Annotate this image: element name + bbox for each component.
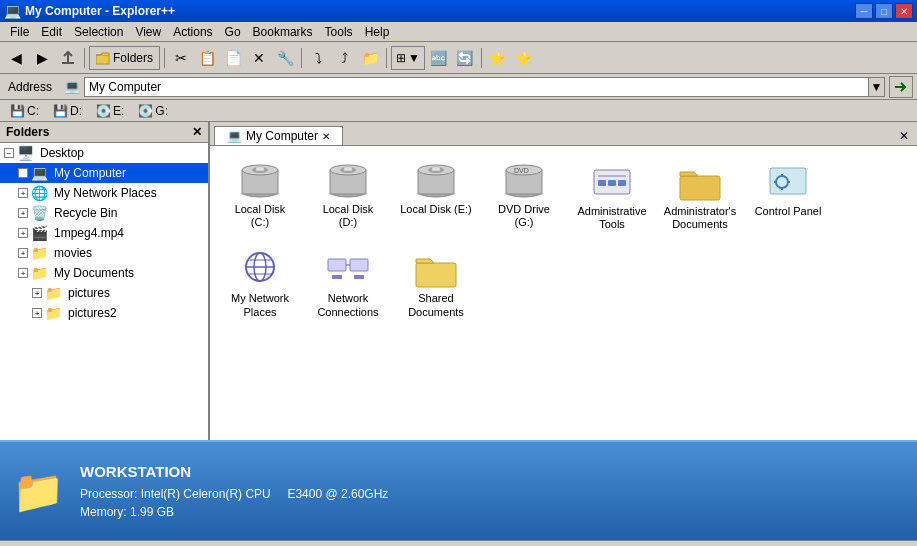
tree-item-movies[interactable]: +📁movies: [0, 243, 208, 263]
svg-rect-43: [416, 263, 456, 287]
tree-item-my-docs[interactable]: +📁My Documents: [0, 263, 208, 283]
tree-label-my-network: My Network Places: [54, 186, 157, 200]
tree-icon-desktop: 🖥️: [17, 145, 34, 161]
address-go-button[interactable]: [889, 76, 913, 98]
content-item-local-d[interactable]: Local Disk (D:): [308, 156, 388, 235]
new-folder-button[interactable]: 📁: [358, 46, 382, 70]
menu-item-bookmarks[interactable]: Bookmarks: [247, 23, 319, 41]
content-item-label-my-network-places: My Network Places: [224, 292, 296, 318]
content-item-label-control-panel: Control Panel: [755, 205, 822, 218]
drive-item-G[interactable]: 💽G:: [132, 102, 174, 120]
titlebar-buttons: ─ □ ✕: [855, 3, 913, 19]
drive-label: D:: [70, 104, 82, 118]
svg-text:DVD: DVD: [514, 167, 529, 174]
content-item-icon-shared-docs: [412, 247, 460, 292]
content-item-label-admin-docs: Administrator's Documents: [664, 205, 736, 231]
menu-item-edit[interactable]: Edit: [35, 23, 68, 41]
maximize-button[interactable]: □: [875, 3, 893, 19]
drive-label: G:: [155, 104, 168, 118]
tree-expand-my-network[interactable]: +: [18, 188, 28, 198]
svg-rect-39: [350, 259, 368, 271]
back-button[interactable]: ◀: [4, 46, 28, 70]
menu-item-view[interactable]: View: [129, 23, 167, 41]
folder-panel-close[interactable]: ✕: [192, 125, 202, 139]
content-item-dvd-g[interactable]: DVD DVD Drive (G:): [484, 156, 564, 235]
move-to-button[interactable]: ⤴: [332, 46, 356, 70]
cut-button[interactable]: ✂: [169, 46, 193, 70]
paste-button[interactable]: 📄: [221, 46, 245, 70]
address-dropdown-arrow[interactable]: ▼: [869, 77, 885, 97]
tree-item-1mpeg4[interactable]: +🎬1mpeg4.mp4: [0, 223, 208, 243]
properties-button[interactable]: 🔧: [273, 46, 297, 70]
sort-button[interactable]: 🔤: [427, 46, 451, 70]
menu-item-tools[interactable]: Tools: [319, 23, 359, 41]
content-item-icon-local-d: [324, 160, 372, 203]
tree-label-my-docs: My Documents: [54, 266, 134, 280]
svg-rect-6: [256, 167, 264, 171]
content-item-icon-my-network-places: [236, 247, 284, 292]
content-tab-my-computer[interactable]: 💻 My Computer ✕: [214, 126, 343, 145]
menu-item-actions[interactable]: Actions: [167, 23, 218, 41]
content-item-icon-network-connections: [324, 247, 372, 292]
tree-item-recycle[interactable]: +🗑️Recycle Bin: [0, 203, 208, 223]
refresh-button[interactable]: 🔄: [453, 46, 477, 70]
tab-close-icon[interactable]: ✕: [322, 131, 330, 142]
forward-button[interactable]: ▶: [30, 46, 54, 70]
content-item-admin-docs[interactable]: Administrator's Documents: [660, 156, 740, 235]
drive-item-E[interactable]: 💽E:: [90, 102, 130, 120]
address-input[interactable]: My Computer: [84, 77, 869, 97]
drive-item-D[interactable]: 💾D:: [47, 102, 88, 120]
drive-icon: 💽: [96, 104, 111, 118]
menu-item-help[interactable]: Help: [359, 23, 396, 41]
content-item-local-c[interactable]: Local Disk (C:): [220, 156, 300, 235]
tree-label-pictures: pictures: [68, 286, 110, 300]
content-item-my-network-places[interactable]: My Network Places: [220, 243, 300, 322]
tree-expand-pictures[interactable]: +: [32, 288, 42, 298]
tree-expand-1mpeg4[interactable]: +: [18, 228, 28, 238]
bookmark-add-button[interactable]: ⭐: [512, 46, 536, 70]
content-item-label-local-c: Local Disk (C:): [224, 203, 296, 229]
tree-item-pictures[interactable]: +📁pictures: [0, 283, 208, 303]
tree-expand-my-computer[interactable]: −: [18, 168, 28, 178]
copy-to-button[interactable]: ⤵: [306, 46, 330, 70]
menu-item-selection[interactable]: Selection: [68, 23, 129, 41]
bookmark-button[interactable]: ⭐: [486, 46, 510, 70]
folder-panel: Folders ✕ −🖥️Desktop−💻My Computer+🌐My Ne…: [0, 122, 210, 440]
minimize-button[interactable]: ─: [855, 3, 873, 19]
content-item-local-e[interactable]: Local Disk (E:): [396, 156, 476, 235]
tree-expand-pictures2[interactable]: +: [32, 308, 42, 318]
svg-rect-16: [432, 167, 440, 171]
tree-item-desktop[interactable]: −🖥️Desktop: [0, 143, 208, 163]
tree-expand-my-docs[interactable]: +: [18, 268, 28, 278]
content-tab-bar: 💻 My Computer ✕ ✕: [210, 122, 917, 146]
main-area: Folders ✕ −🖥️Desktop−💻My Computer+🌐My Ne…: [0, 122, 917, 440]
folders-label: Folders: [113, 51, 153, 65]
content-item-network-connections[interactable]: Network Connections: [308, 243, 388, 322]
tree-expand-recycle[interactable]: +: [18, 208, 28, 218]
close-button[interactable]: ✕: [895, 3, 913, 19]
tree-icon-pictures2: 📁: [45, 305, 62, 321]
content-item-admin-tools[interactable]: Administrative Tools: [572, 156, 652, 235]
up-button[interactable]: [56, 46, 80, 70]
content-panel-close[interactable]: ✕: [895, 127, 913, 145]
tree-item-my-computer[interactable]: −💻My Computer: [0, 163, 208, 183]
tree-expand-movies[interactable]: +: [18, 248, 28, 258]
tree-item-my-network[interactable]: +🌐My Network Places: [0, 183, 208, 203]
view-dropdown[interactable]: ⊞▼: [391, 46, 425, 70]
content-area: Local Disk (C:) Local Disk (D:) Local Di…: [210, 146, 917, 333]
folders-button[interactable]: Folders: [89, 46, 160, 70]
content-item-shared-docs[interactable]: Shared Documents: [396, 243, 476, 322]
tree-expand-desktop[interactable]: −: [4, 148, 14, 158]
statusbar: 📁 WORKSTATION Processor: Intel(R) Celero…: [0, 440, 917, 540]
menu-item-go[interactable]: Go: [219, 23, 247, 41]
status-folder-icon: 📁: [12, 467, 64, 516]
delete-button[interactable]: ✕: [247, 46, 271, 70]
copy-button[interactable]: 📋: [195, 46, 219, 70]
tree-item-pictures2[interactable]: +📁pictures2: [0, 303, 208, 323]
tree-icon-my-computer: 💻: [31, 165, 48, 181]
address-bar-container: 💻 My Computer ▼: [60, 77, 885, 97]
drive-item-C[interactable]: 💾C:: [4, 102, 45, 120]
titlebar: 💻 My Computer - Explorer++ ─ □ ✕: [0, 0, 917, 22]
menu-item-file[interactable]: File: [4, 23, 35, 41]
content-item-control-panel[interactable]: Control Panel: [748, 156, 828, 235]
